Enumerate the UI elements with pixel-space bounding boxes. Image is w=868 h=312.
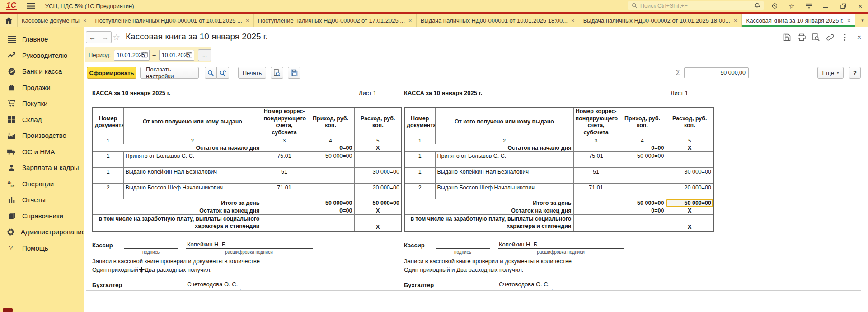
preview-button[interactable]	[271, 67, 283, 79]
notifications-bell-icon[interactable]	[753, 2, 761, 10]
tab-close-icon[interactable]: ×	[408, 17, 412, 24]
tab-cash-book-active[interactable]: Кассовая книга за 10 января 2025 г.×	[742, 14, 855, 27]
factory-icon	[7, 132, 16, 139]
sigma-icon: Σ	[676, 68, 680, 77]
sidebar-item-warehouse[interactable]: Склад	[0, 112, 84, 128]
period-from-input[interactable]: 10.01.2025	[114, 50, 149, 61]
col-header-doc[interactable]: Номер документа	[93, 107, 123, 137]
close-window-icon[interactable]: ×	[856, 2, 864, 10]
tab-close-icon[interactable]: ×	[83, 17, 87, 24]
find-button[interactable]	[205, 67, 217, 79]
global-search-input[interactable]: Поиск Ctrl+Shift+F	[628, 1, 764, 10]
col-header-out[interactable]: Расход, руб. коп.	[354, 107, 402, 137]
tab-cash-receipt-1[interactable]: Поступление наличных НД00-000001 от 10.0…	[91, 14, 254, 27]
total-out-cell[interactable]: 50 000=00	[354, 199, 402, 207]
magnifier-icon	[207, 70, 214, 76]
total-out-cell[interactable]: 50 000=00	[666, 199, 713, 207]
find-next-button[interactable]	[217, 67, 229, 79]
cart-icon	[7, 99, 16, 107]
ruble-coin-icon	[7, 67, 16, 76]
generate-button[interactable]: Сформировать	[87, 67, 136, 79]
tab-cash-issue-1[interactable]: Выдача наличных НД00-000001 от 10.01.202…	[417, 14, 579, 27]
tab-close-icon[interactable]: ×	[734, 17, 737, 24]
show-settings-button[interactable]: Показать настройки	[140, 67, 199, 79]
sidebar-item-administration[interactable]: Администрирование	[0, 224, 84, 240]
cash-book-table: Номер документа От кого получено или ком…	[404, 107, 714, 232]
col-header-in[interactable]: Приход, руб. коп.	[619, 107, 666, 137]
main-menu-icon[interactable]	[27, 3, 35, 9]
save-icon[interactable]	[783, 33, 791, 42]
sidebar-item-reports[interactable]: Отчеты	[0, 192, 84, 208]
col-header-doc[interactable]: Номер документа	[404, 107, 435, 137]
person-icon	[7, 164, 16, 171]
help-button[interactable]: ?	[849, 67, 861, 79]
page-magnifier-icon	[273, 69, 281, 76]
period-to-input[interactable]: 10.01.2025	[159, 50, 194, 61]
col-header-from[interactable]: От кого получено или кому выдано	[123, 107, 262, 137]
sidebar-item-sales[interactable]: Продажи	[0, 80, 84, 96]
col-header-in[interactable]: Приход, руб. коп.	[307, 107, 354, 137]
signatures-block: Кассир Копейкин Н. Б. подпись расшифровк…	[92, 241, 390, 291]
including-salary-row: в том числе на заработную плату, выплаты…	[404, 215, 713, 231]
sidebar-item-fixed-assets[interactable]: ОС и НМА	[0, 144, 84, 160]
sidebar-item-directories[interactable]: Справочники	[0, 208, 84, 224]
nav-back-button[interactable]: ←	[86, 31, 99, 43]
sidebar-item-manager[interactable]: Руководителю	[0, 47, 84, 64]
entry-row: 1 Принято от Большов С. С. 75.01 50 000=…	[404, 151, 713, 167]
tab-cash-receipt-2[interactable]: Поступление наличных НД00-000002 от 17.0…	[254, 14, 417, 27]
nav-forward-button[interactable]: →	[99, 31, 112, 43]
print-preview-icon[interactable]	[812, 33, 820, 42]
search-icon	[632, 3, 638, 9]
cashier-label: Кассир	[404, 242, 436, 249]
history-icon[interactable]	[770, 2, 779, 10]
col-header-out[interactable]: Расход, руб. коп.	[666, 107, 713, 137]
tab-close-icon[interactable]: ×	[246, 17, 249, 24]
search-placeholder: Поиск Ctrl+Shift+F	[640, 3, 688, 9]
calendar-icon[interactable]	[141, 52, 148, 58]
signature-line	[436, 241, 490, 249]
autosum-field[interactable]: 50 000,00	[684, 67, 749, 78]
col-header-from[interactable]: От кого получено или кому выдано	[435, 107, 573, 137]
sidebar-item-main[interactable]: Главное	[0, 31, 84, 47]
cashier-name: Копейкин Н. Б.	[186, 241, 313, 249]
service-menu-icon[interactable]	[805, 2, 813, 10]
total-in-cell[interactable]: 50 000=00	[619, 199, 666, 207]
tab-list-caret-icon[interactable]: ▾	[857, 14, 868, 27]
favorite-star-icon[interactable]: ☆	[113, 32, 120, 43]
bar-chart-icon	[7, 196, 16, 203]
period-panel: Период: 10.01.2025 – 10.01.2025 ...	[85, 47, 211, 62]
col-header-account[interactable]: Номер коррес-пондирующего счета, субсчет…	[573, 107, 619, 137]
tab-close-icon[interactable]: ×	[847, 17, 851, 24]
check-note-line2: Один приходный и Два расходных получил.	[404, 266, 702, 274]
period-more-button[interactable]: ...	[198, 49, 211, 61]
column-numbers-row: 1 2 3 4 5	[404, 137, 713, 144]
favorites-star-icon[interactable]: ☆	[788, 2, 796, 10]
minimize-icon[interactable]	[822, 2, 830, 10]
more-button[interactable]: Еще▾	[817, 67, 844, 79]
accountant-name: Счетоводова О. С.	[186, 281, 313, 288]
total-in-cell[interactable]: 50 000=00	[307, 199, 354, 207]
sidebar-item-operations[interactable]: ДтКт Операции	[0, 176, 84, 192]
more-dots-icon[interactable]	[840, 33, 849, 42]
tab-close-icon[interactable]: ×	[571, 17, 575, 24]
calendar-icon[interactable]	[186, 52, 192, 58]
sidebar-item-salary-hr[interactable]: Зарплата и кадры	[0, 160, 84, 176]
tab-home[interactable]	[0, 14, 18, 27]
close-form-icon[interactable]: ×	[855, 33, 863, 42]
question-icon: ?	[7, 244, 16, 251]
print-button[interactable]: Печать	[238, 67, 266, 79]
svg-text:?: ?	[9, 244, 13, 251]
get-link-icon[interactable]	[826, 33, 835, 42]
sidebar-item-bank-cash[interactable]: Банк и касса	[0, 63, 84, 80]
sheet-number: Лист 1	[359, 90, 376, 98]
col-header-account[interactable]: Номер коррес-пондирующего счета, субсчет…	[262, 107, 307, 137]
tab-cash-issue-2[interactable]: Выдача наличных НД00-000002 от 10.01.202…	[579, 14, 742, 27]
print-icon[interactable]	[797, 33, 806, 42]
save-result-button[interactable]	[288, 67, 300, 79]
sidebar-item-help[interactable]: ? Помощь	[0, 240, 84, 256]
accountant-label: Бухгалтер	[92, 282, 127, 288]
restore-icon[interactable]	[839, 2, 847, 10]
tab-cash-documents[interactable]: Кассовые документы×	[18, 14, 91, 27]
sidebar-item-production[interactable]: Производство	[0, 128, 84, 144]
sidebar-item-purchases[interactable]: Покупки	[0, 95, 84, 112]
